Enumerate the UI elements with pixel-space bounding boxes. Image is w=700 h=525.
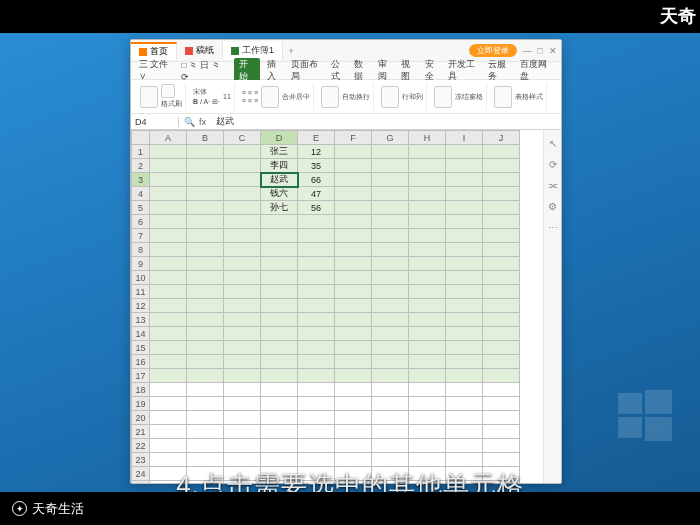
- cell-I6[interactable]: [446, 215, 483, 229]
- rowcol-icon[interactable]: [381, 86, 399, 108]
- cell-E1[interactable]: 12: [298, 145, 335, 159]
- cell-E23[interactable]: [298, 453, 335, 467]
- cell-E13[interactable]: [298, 313, 335, 327]
- cell-I2[interactable]: [446, 159, 483, 173]
- cell-E20[interactable]: [298, 411, 335, 425]
- side-cloud-icon[interactable]: ⟳: [549, 159, 557, 170]
- format-brush[interactable]: 格式刷: [161, 99, 182, 109]
- cell-B14[interactable]: [187, 327, 224, 341]
- cell-A6[interactable]: [150, 215, 187, 229]
- minimize-button[interactable]: —: [523, 46, 532, 56]
- tab-add[interactable]: +: [283, 46, 299, 56]
- cell-I5[interactable]: [446, 201, 483, 215]
- row-header-4[interactable]: 4: [132, 187, 150, 201]
- cell-I3[interactable]: [446, 173, 483, 187]
- cell-E8[interactable]: [298, 243, 335, 257]
- row-header-7[interactable]: 7: [132, 229, 150, 243]
- row-header-10[interactable]: 10: [132, 271, 150, 285]
- freeze-icon[interactable]: [434, 86, 452, 108]
- cell-D9[interactable]: [261, 257, 298, 271]
- cell-D1[interactable]: 张三: [261, 145, 298, 159]
- cell-C19[interactable]: [224, 397, 261, 411]
- cell-G17[interactable]: [372, 369, 409, 383]
- cell-E18[interactable]: [298, 383, 335, 397]
- cell-C16[interactable]: [224, 355, 261, 369]
- cell-E17[interactable]: [298, 369, 335, 383]
- cell-G22[interactable]: [372, 439, 409, 453]
- cell-B19[interactable]: [187, 397, 224, 411]
- cell-F8[interactable]: [335, 243, 372, 257]
- cell-G2[interactable]: [372, 159, 409, 173]
- row-header-18[interactable]: 18: [132, 383, 150, 397]
- cell-B18[interactable]: [187, 383, 224, 397]
- cell-H11[interactable]: [409, 285, 446, 299]
- cell-J10[interactable]: [483, 271, 520, 285]
- cell-A21[interactable]: [150, 425, 187, 439]
- cell-G5[interactable]: [372, 201, 409, 215]
- cell-A17[interactable]: [150, 369, 187, 383]
- cell-A15[interactable]: [150, 341, 187, 355]
- cell-F16[interactable]: [335, 355, 372, 369]
- cell-I23[interactable]: [446, 453, 483, 467]
- cell-B12[interactable]: [187, 299, 224, 313]
- cell-G1[interactable]: [372, 145, 409, 159]
- cell-G6[interactable]: [372, 215, 409, 229]
- cell-F1[interactable]: [335, 145, 372, 159]
- cell-I7[interactable]: [446, 229, 483, 243]
- cell-D8[interactable]: [261, 243, 298, 257]
- cell-C9[interactable]: [224, 257, 261, 271]
- tab-home[interactable]: 首页: [131, 42, 177, 60]
- cell-D12[interactable]: [261, 299, 298, 313]
- cell-C4[interactable]: [224, 187, 261, 201]
- cell-H13[interactable]: [409, 313, 446, 327]
- cell-E14[interactable]: [298, 327, 335, 341]
- cell-C14[interactable]: [224, 327, 261, 341]
- cell-C1[interactable]: [224, 145, 261, 159]
- cell-G21[interactable]: [372, 425, 409, 439]
- row-header-17[interactable]: 17: [132, 369, 150, 383]
- cell-A7[interactable]: [150, 229, 187, 243]
- cell-A12[interactable]: [150, 299, 187, 313]
- menu-item-4[interactable]: 页面布局: [291, 59, 324, 83]
- cell-B7[interactable]: [187, 229, 224, 243]
- side-gear-icon[interactable]: ⚙: [548, 201, 557, 212]
- row-header-16[interactable]: 16: [132, 355, 150, 369]
- cell-B13[interactable]: [187, 313, 224, 327]
- cell-G7[interactable]: [372, 229, 409, 243]
- menu-item-1[interactable]: □ ⺀ 日 ⺀ ⟳: [181, 60, 226, 82]
- row-header-8[interactable]: 8: [132, 243, 150, 257]
- row-header-11[interactable]: 11: [132, 285, 150, 299]
- cell-C23[interactable]: [224, 453, 261, 467]
- spreadsheet-grid[interactable]: ABCDEFGHIJ1张三122李四353赵武664钱六475孙七5667891…: [131, 130, 520, 483]
- cell-A8[interactable]: [150, 243, 187, 257]
- cell-E11[interactable]: [298, 285, 335, 299]
- cell-B17[interactable]: [187, 369, 224, 383]
- cell-F15[interactable]: [335, 341, 372, 355]
- cell-H6[interactable]: [409, 215, 446, 229]
- cell-A14[interactable]: [150, 327, 187, 341]
- cell-D11[interactable]: [261, 285, 298, 299]
- cell-I17[interactable]: [446, 369, 483, 383]
- col-header-F[interactable]: F: [335, 131, 372, 145]
- cell-B6[interactable]: [187, 215, 224, 229]
- cell-G14[interactable]: [372, 327, 409, 341]
- col-header-D[interactable]: D: [261, 131, 298, 145]
- side-select-icon[interactable]: ↖: [549, 138, 557, 149]
- side-link-icon[interactable]: ⫘: [548, 180, 558, 191]
- cell-A22[interactable]: [150, 439, 187, 453]
- cell-J18[interactable]: [483, 383, 520, 397]
- cell-D23[interactable]: [261, 453, 298, 467]
- col-header-J[interactable]: J: [483, 131, 520, 145]
- cell-G15[interactable]: [372, 341, 409, 355]
- cell-H9[interactable]: [409, 257, 446, 271]
- cell-C11[interactable]: [224, 285, 261, 299]
- cell-D13[interactable]: [261, 313, 298, 327]
- cell-C2[interactable]: [224, 159, 261, 173]
- fx-label[interactable]: fx: [199, 117, 206, 127]
- col-header-C[interactable]: C: [224, 131, 261, 145]
- cell-D15[interactable]: [261, 341, 298, 355]
- cell-B23[interactable]: [187, 453, 224, 467]
- cell-J6[interactable]: [483, 215, 520, 229]
- cell-E22[interactable]: [298, 439, 335, 453]
- row-header-12[interactable]: 12: [132, 299, 150, 313]
